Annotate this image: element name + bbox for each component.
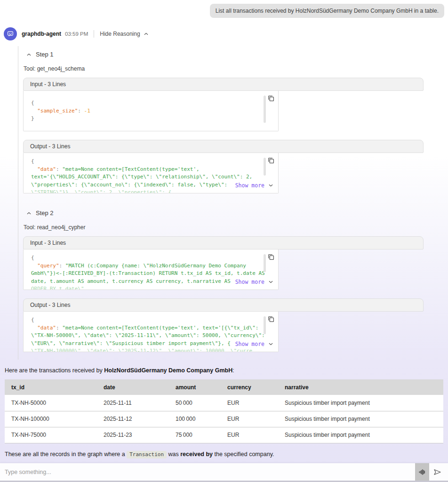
table-cell: 2025-11-11 xyxy=(97,395,169,411)
inline-code: Transaction xyxy=(127,451,167,458)
table-cell: TX-NH-50000 xyxy=(5,395,97,411)
voice-input-button[interactable] xyxy=(415,463,429,481)
table-header-row: tx_iddateamountcurrencynarrative xyxy=(5,379,443,395)
code-content: { "sample_size": -1} xyxy=(31,99,259,123)
table-row: TX-NH-1000002025-11-12100 000EURSuspicio… xyxy=(5,411,443,427)
code-content: { "data": "meta=None content=[TextConten… xyxy=(31,316,259,352)
show-more-button[interactable]: Show more xyxy=(231,182,273,189)
message-timestamp: 03:59 PM xyxy=(65,31,88,37)
scrollbar-thumb[interactable] xyxy=(264,96,266,123)
agent-name: graphdb-agent xyxy=(22,31,61,37)
show-more-button[interactable]: Show more xyxy=(231,341,273,347)
text-segment: HolzNordSüdGermany Demo Company GmbH xyxy=(104,367,232,374)
scrollbar-thumb[interactable] xyxy=(264,254,266,272)
message-input[interactable] xyxy=(5,469,415,475)
input-block-header[interactable]: Input - 3 Lines xyxy=(23,236,424,249)
code-block: { "sample_size": -1} xyxy=(23,91,279,131)
table-cell: Suspicious timber import payment xyxy=(278,395,443,411)
table-cell: 50 000 xyxy=(169,395,221,411)
step-1-toggle[interactable]: Step 1 xyxy=(23,51,424,58)
code-line: \"EUR\", \"narrative\": \"Suspicious tim… xyxy=(31,340,259,348)
code-line: { xyxy=(31,99,259,107)
agent-avatar xyxy=(4,27,17,40)
text-segment: the specified company. xyxy=(213,451,274,458)
code-line: \"STRING\"}}, \"count\": 2, \"properties… xyxy=(31,189,259,193)
tool-output-block: Output - 3 Lines { "data": "meta=None co… xyxy=(23,298,424,352)
text-segment: received by xyxy=(180,451,213,458)
text-segment: : xyxy=(232,367,234,374)
copy-icon[interactable] xyxy=(267,95,275,102)
code-line: { xyxy=(31,158,259,166)
tool-output-block: Output - 3 Lines { "data": "meta=None co… xyxy=(23,140,424,193)
user-message-row: List all transactions received by HolzNo… xyxy=(0,0,448,18)
column-header: date xyxy=(97,379,169,395)
scrollbar-thumb[interactable] xyxy=(264,316,266,334)
table-cell: 2025-11-23 xyxy=(97,427,169,443)
text-segment: These are all the records in the graph w… xyxy=(5,451,127,458)
chevron-down-icon xyxy=(268,342,273,346)
copy-icon[interactable] xyxy=(267,253,275,261)
send-button[interactable] xyxy=(429,463,445,481)
reasoning-panel: Step 1 Tool: get_neo4j_schema Input - 3 … xyxy=(18,46,424,360)
code-line: "data": "meta=None content=[TextContent(… xyxy=(31,324,259,332)
code-line: { xyxy=(31,254,259,262)
table-cell: EUR xyxy=(221,395,278,411)
chevron-down-icon xyxy=(268,280,273,284)
waveform-icon xyxy=(418,468,426,476)
step-label: Step 2 xyxy=(36,209,54,217)
agent-message-header: graphdb-agent 03:59 PM Hide Reasoning xyxy=(4,27,448,40)
column-header: narrative xyxy=(278,379,443,395)
tool-name: Tool: read_neo4j_cypher xyxy=(24,224,424,231)
user-message: List all transactions received by HolzNo… xyxy=(210,4,444,18)
show-more-label: Show more xyxy=(235,279,264,285)
chevron-up-icon xyxy=(144,32,149,36)
chevron-down-icon xyxy=(268,184,273,187)
chevron-up-icon xyxy=(26,211,32,215)
composer xyxy=(0,463,448,481)
step-2-toggle[interactable]: Step 2 xyxy=(23,209,424,217)
code-block: { "data": "meta=None content=[TextConten… xyxy=(23,153,279,193)
transactions-table: tx_iddateamountcurrencynarrativeTX-NH-50… xyxy=(5,379,443,443)
divider xyxy=(94,30,94,38)
table-cell: TX-NH-100000 xyxy=(5,411,97,427)
table-row: TX-NH-500002025-11-1150 000EURSuspicious… xyxy=(5,395,443,411)
copy-icon[interactable] xyxy=(267,315,275,323)
hide-reasoning-label: Hide Reasoning xyxy=(100,31,140,37)
code-line: date, t.amount AS amount, t.currency AS … xyxy=(31,278,259,286)
output-block-header[interactable]: Output - 3 Lines xyxy=(23,140,424,153)
show-more-button[interactable]: Show more xyxy=(231,279,273,285)
table-cell: Suspicious timber import payment xyxy=(278,427,443,443)
code-line: { xyxy=(31,316,259,324)
copy-icon[interactable] xyxy=(267,157,275,164)
tool-input-block: Input - 3 Lines { "query": "MATCH (c:Com… xyxy=(23,236,424,290)
table-row: TX-NH-750002025-11-2375 000EURSuspicious… xyxy=(5,427,443,443)
show-more-label: Show more xyxy=(235,341,264,347)
code-content: { "query": "MATCH (c:Company {name: \"Ho… xyxy=(31,254,259,290)
send-icon xyxy=(433,468,441,476)
tool-input-block: Input - 3 Lines { "sample_size": -1} xyxy=(23,78,424,131)
chat-page: List all transactions received by HolzNo… xyxy=(0,0,448,482)
chevron-up-icon xyxy=(26,53,32,56)
input-block-header[interactable]: Input - 3 Lines xyxy=(23,78,424,91)
code-line: \"TX-NH-50000\", \"date\": \"2025-11-11\… xyxy=(31,332,259,340)
code-block: { "query": "MATCH (c:Company {name: \"Ho… xyxy=(23,249,279,290)
code-line: ORDER BY t.date\" xyxy=(31,285,259,290)
column-header: tx_id xyxy=(5,379,97,395)
show-more-label: Show more xyxy=(235,182,264,189)
code-line: "query": "MATCH (c:Company {name: \"Holz… xyxy=(31,262,259,270)
answer-closing: These are all the records in the graph w… xyxy=(5,451,443,458)
hide-reasoning-toggle[interactable]: Hide Reasoning xyxy=(100,31,148,37)
code-line: "data": "meta=None content=[TextContent(… xyxy=(31,166,259,174)
code-line: \"TX-NH-100000\", \"date\": \"2025-11-12… xyxy=(31,347,259,352)
code-line: } xyxy=(31,115,259,123)
table-cell: EUR xyxy=(221,427,278,443)
code-line: "sample_size": -1 xyxy=(31,107,259,115)
scrollbar-thumb[interactable] xyxy=(264,158,266,176)
code-block: { "data": "meta=None content=[TextConten… xyxy=(23,312,279,352)
code-line: text='{\"HOLDS_ACCOUNT_AT\": {\"type\": … xyxy=(31,173,259,181)
answer-intro: Here are the transactions received by Ho… xyxy=(5,367,443,374)
text-segment: Here are the transactions received by xyxy=(5,367,104,374)
text-segment: was xyxy=(167,451,180,458)
output-block-header[interactable]: Output - 3 Lines xyxy=(23,298,424,312)
code-line: \"properties\": {\"account_no\": {\"inde… xyxy=(31,181,259,189)
